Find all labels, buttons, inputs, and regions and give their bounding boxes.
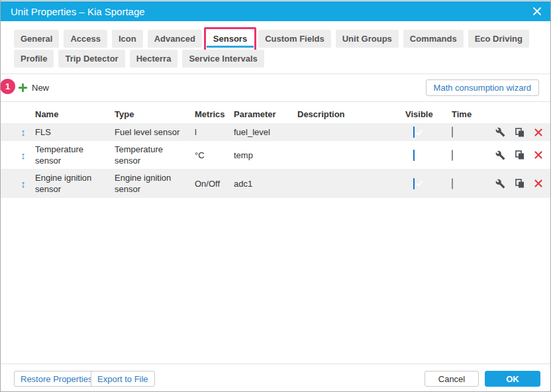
delete-x-icon bbox=[534, 151, 542, 159]
sensors-table-header: Name Type Metrics Parameter Description … bbox=[1, 105, 550, 123]
math-consumption-wizard-button[interactable]: Math consumption wizard bbox=[426, 79, 539, 96]
tab-access[interactable]: Access bbox=[64, 30, 107, 48]
tab-sensors[interactable]: Sensors bbox=[207, 30, 254, 48]
new-sensor-button[interactable]: New bbox=[19, 79, 49, 95]
sensors-table-body: ↕ FLS Fuel level sensor l fuel_level bbox=[1, 123, 550, 198]
sensor-properties-button[interactable] bbox=[495, 127, 505, 137]
tab-general[interactable]: General bbox=[14, 30, 59, 48]
drag-handle-icon[interactable]: ↕ bbox=[21, 179, 26, 189]
sensor-type: Engine ignition sensor bbox=[115, 170, 195, 197]
cancel-button[interactable]: Cancel bbox=[425, 371, 479, 387]
close-icon[interactable] bbox=[531, 5, 543, 17]
unit-properties-dialog: Unit Properties – Kia Sportage General A… bbox=[0, 0, 551, 392]
sensor-metrics: °C bbox=[195, 147, 234, 164]
separator-under-toolbar bbox=[1, 101, 550, 102]
close-x-glyph bbox=[532, 7, 542, 16]
wrench-icon bbox=[495, 179, 505, 189]
drag-handle-icon[interactable]: ↕ bbox=[21, 150, 26, 160]
sensor-copy-button[interactable] bbox=[515, 179, 525, 188]
sensor-parameter: fuel_level bbox=[234, 124, 297, 140]
sensor-name: FLS bbox=[35, 124, 115, 140]
annotation-badge-1: 1 bbox=[0, 79, 15, 94]
tab-hecterra[interactable]: Hecterra bbox=[130, 50, 178, 68]
sensor-parameter: temp bbox=[234, 147, 297, 164]
sensor-type: Fuel level sensor bbox=[115, 124, 195, 140]
sensor-name: Engine ignition sensor bbox=[35, 170, 115, 197]
table-row: ↕ FLS Fuel level sensor l fuel_level bbox=[1, 123, 550, 141]
separator-above-footer bbox=[1, 364, 550, 364]
dialog-title: Unit Properties – Kia Sportage bbox=[11, 6, 145, 17]
separator-under-tabs bbox=[1, 74, 550, 74]
column-header-description: Description bbox=[297, 109, 405, 119]
copy-icon bbox=[515, 128, 525, 137]
copy-icon bbox=[515, 150, 525, 160]
delete-x-icon bbox=[534, 128, 542, 136]
column-header-metrics: Metrics bbox=[195, 109, 234, 119]
tab-unit-groups[interactable]: Unit Groups bbox=[336, 30, 399, 48]
sensor-metrics: On/Off bbox=[195, 175, 234, 192]
tab-advanced[interactable]: Advanced bbox=[148, 30, 202, 48]
tab-bar-row2: Profile Trip Detector Hecterra Service I… bbox=[14, 50, 264, 68]
visible-checkbox[interactable] bbox=[413, 126, 415, 138]
table-row: ↕ Engine ignition sensor Engine ignition… bbox=[1, 169, 550, 198]
time-checkbox[interactable] bbox=[452, 150, 453, 161]
dialog-titlebar: Unit Properties – Kia Sportage bbox=[1, 1, 550, 21]
column-header-parameter: Parameter bbox=[234, 109, 297, 119]
sensor-parameter: adc1 bbox=[234, 175, 297, 192]
tab-bar-row1: General Access Icon Advanced Sensors Cus… bbox=[14, 30, 529, 48]
plus-icon bbox=[19, 83, 27, 92]
restore-properties-button[interactable]: Restore Properties bbox=[14, 371, 99, 387]
sensor-delete-button[interactable] bbox=[534, 179, 542, 187]
visible-checkbox[interactable] bbox=[413, 150, 415, 161]
export-to-file-button[interactable]: Export to File bbox=[91, 371, 155, 387]
visible-checkbox[interactable] bbox=[413, 178, 415, 189]
table-row: ↕ Temperature sensor Temperature sensor … bbox=[1, 141, 550, 169]
tab-icon[interactable]: Icon bbox=[112, 30, 143, 48]
sensor-description bbox=[297, 181, 405, 186]
new-sensor-label: New bbox=[32, 83, 49, 93]
wrench-icon bbox=[495, 150, 505, 160]
sensor-metrics: l bbox=[195, 124, 234, 140]
sensor-type: Temperature sensor bbox=[115, 141, 195, 169]
column-header-visible: Visible bbox=[405, 109, 452, 119]
copy-icon bbox=[515, 179, 525, 188]
sensor-description bbox=[297, 152, 405, 158]
sensor-properties-button[interactable] bbox=[495, 150, 505, 160]
time-checkbox[interactable] bbox=[452, 126, 453, 138]
sensor-copy-button[interactable] bbox=[515, 150, 525, 160]
sensor-name: Temperature sensor bbox=[35, 141, 115, 169]
sensor-delete-button[interactable] bbox=[534, 128, 542, 136]
tab-eco-driving[interactable]: Eco Driving bbox=[468, 30, 529, 48]
column-header-type: Type bbox=[115, 109, 195, 119]
column-header-name: Name bbox=[35, 109, 115, 119]
drag-handle-icon[interactable]: ↕ bbox=[21, 127, 26, 137]
sensor-properties-button[interactable] bbox=[495, 179, 505, 189]
time-checkbox[interactable] bbox=[452, 178, 453, 189]
delete-x-icon bbox=[534, 179, 542, 187]
tab-service-intervals[interactable]: Service Intervals bbox=[182, 50, 264, 68]
tab-trip-detector[interactable]: Trip Detector bbox=[58, 50, 125, 68]
column-header-time: Time bbox=[452, 109, 485, 119]
tab-commands[interactable]: Commands bbox=[403, 30, 464, 48]
tab-custom-fields[interactable]: Custom Fields bbox=[258, 30, 331, 48]
sensor-copy-button[interactable] bbox=[515, 128, 525, 137]
tab-profile[interactable]: Profile bbox=[14, 50, 54, 68]
sensor-description bbox=[297, 130, 405, 135]
ok-button[interactable]: OK bbox=[485, 371, 540, 387]
sensor-delete-button[interactable] bbox=[534, 151, 542, 159]
wrench-icon bbox=[495, 127, 505, 137]
